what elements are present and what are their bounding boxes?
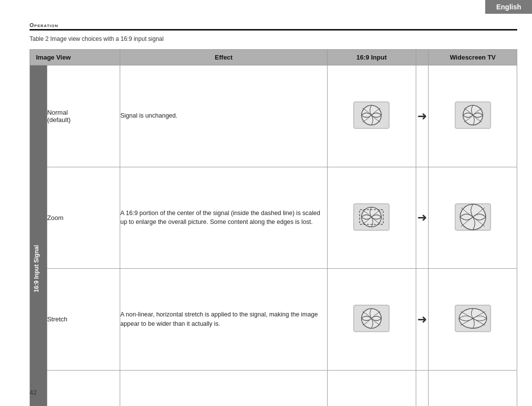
input-visual-normal (328, 65, 416, 167)
widescreen-visual-gray-bars (429, 370, 517, 406)
arrow-gray-bars: ➜ (416, 370, 429, 406)
arrow-normal: ➜ (416, 65, 429, 167)
table-row: Zoom A 16:9 portion of the center of the… (30, 167, 517, 269)
section-divider (30, 29, 517, 31)
col-image-view: Image View (30, 50, 120, 65)
col-effect: Effect (120, 50, 328, 65)
basketball-normal-widescreen (454, 101, 492, 129)
table-header-row: Image View Effect 16:9 Input Widescreen … (30, 50, 517, 65)
col-input: 16:9 Input (328, 50, 416, 65)
arrow-zoom: ➜ (416, 167, 429, 269)
widescreen-visual-zoom (429, 167, 517, 269)
effect-gray-bars: Vertical gray bars are added to the left… (120, 370, 328, 406)
side-label: 16:9 Input Signal (30, 65, 43, 406)
widescreen-visual-stretch (429, 269, 517, 371)
language-label: English (485, 0, 532, 14)
image-view-table: Image View Effect 16:9 Input Widescreen … (30, 49, 517, 406)
image-view-zoom: Zoom (47, 167, 120, 269)
input-visual-stretch (328, 269, 416, 371)
image-view-gray-bars: Gray Bars (47, 370, 120, 406)
input-visual-zoom (328, 167, 416, 269)
operation-section: Operation Table 2 Image view choices wit… (30, 22, 517, 406)
input-visual-gray-bars (328, 370, 416, 406)
basketball-stretch-widescreen (454, 304, 492, 333)
effect-zoom: A 16:9 portion of the center of the sign… (120, 167, 328, 269)
basketball-stretch-input (353, 304, 390, 333)
widescreen-visual-normal (429, 65, 517, 167)
arrow-col-header (416, 50, 429, 65)
section-label: Operation (30, 22, 517, 28)
basketball-normal-input (353, 101, 390, 129)
effect-stretch: A non-linear, horizontal stretch is appl… (120, 269, 328, 371)
image-view-stretch: Stretch (47, 269, 120, 371)
col-widescreen: Widescreen TV (429, 50, 517, 65)
effect-normal: Signal is unchanged. (120, 65, 328, 167)
arrow-stretch: ➜ (416, 269, 429, 371)
table-row: Stretch A non-linear, horizontal stretch… (30, 269, 517, 371)
table-row: Gray Bars Vertical gray bars are added t… (30, 370, 517, 406)
basketball-zoom-input (353, 203, 390, 231)
table-row: 16:9 Input Signal Normal(default) Signal… (30, 65, 517, 167)
table-caption: Table 2 Image view choices with a 16:9 i… (30, 35, 517, 42)
basketball-zoom-widescreen (454, 203, 492, 231)
page-number: 42 (30, 389, 36, 396)
image-view-normal: Normal(default) (47, 65, 120, 167)
